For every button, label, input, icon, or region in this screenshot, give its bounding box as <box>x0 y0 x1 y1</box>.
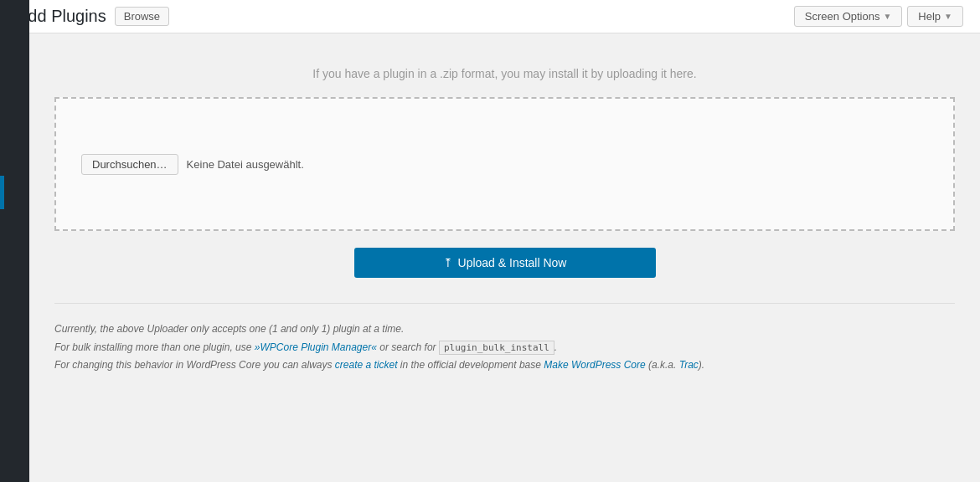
screen-options-arrow-icon: ▼ <box>883 12 891 21</box>
sidebar-accent <box>0 176 4 209</box>
footer-notes: Currently, the above Uploader only accep… <box>54 320 955 375</box>
section-divider <box>54 303 955 304</box>
create-ticket-link[interactable]: create a ticket <box>335 359 398 371</box>
make-wordpress-core-link[interactable]: Make WordPress Core <box>544 359 645 371</box>
wpcore-link[interactable]: »WPCore Plugin Manager« <box>255 341 377 353</box>
screen-options-label: Screen Options <box>805 10 880 23</box>
drop-zone[interactable]: Durchsuchen… Keine Datei ausgewählt. <box>54 97 955 231</box>
help-button[interactable]: Help ▼ <box>907 6 963 27</box>
upload-install-button[interactable]: ⤒Upload & Install Now <box>354 248 656 278</box>
help-arrow-icon: ▼ <box>944 12 952 21</box>
footer-line3-suffix: (a.k.a. <box>646 359 679 371</box>
browse-button[interactable]: Browse <box>115 7 169 26</box>
top-bar: Add Plugins Browse Screen Options ▼ Help… <box>0 0 980 33</box>
help-label: Help <box>918 10 941 23</box>
upload-button-label: Upload & Install Now <box>458 256 567 269</box>
footer-line3-middle: in the official development base <box>398 359 544 371</box>
no-file-label: Keine Datei ausgewählt. <box>187 158 304 171</box>
screen-options-button[interactable]: Screen Options ▼ <box>794 6 903 27</box>
page-title: Add Plugins <box>17 7 106 26</box>
top-bar-right: Screen Options ▼ Help ▼ <box>794 6 963 27</box>
file-input-area: Durchsuchen… Keine Datei ausgewählt. <box>81 154 304 175</box>
file-browse-button[interactable]: Durchsuchen… <box>81 154 178 175</box>
left-sidebar <box>0 0 29 392</box>
upload-icon: ⤒ <box>443 256 453 269</box>
footer-line3-end: ). <box>699 359 704 371</box>
footer-line1: Currently, the above Uploader only accep… <box>54 320 955 339</box>
code-badge: plugin_bulk_install <box>439 341 554 355</box>
trac-link[interactable]: Trac <box>679 359 699 371</box>
main-content: If you have a plugin in a .zip format, y… <box>29 33 980 392</box>
footer-line2-suffix: . <box>554 341 557 353</box>
footer-line3: For changing this behavior in WordPress … <box>54 356 955 375</box>
top-bar-left: Add Plugins Browse <box>17 7 169 26</box>
footer-line2-middle: or search for <box>377 341 439 353</box>
subtitle-text: If you have a plugin in a .zip format, y… <box>54 67 955 80</box>
footer-line2-prefix: For bulk installing more than one plugin… <box>54 341 255 353</box>
footer-line2: For bulk installing more than one plugin… <box>54 339 955 357</box>
footer-line3-prefix: For changing this behavior in WordPress … <box>54 359 335 371</box>
